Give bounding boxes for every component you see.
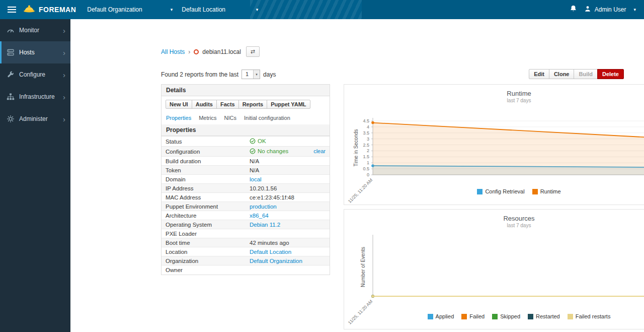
user-menu-label: Admin User <box>595 6 626 13</box>
reports-days-select[interactable]: 1 ▾ <box>242 70 260 79</box>
property-value: N/A <box>246 157 330 166</box>
brand-text: FOREMAN <box>39 6 76 14</box>
svg-text:3: 3 <box>366 137 369 142</box>
property-label: Location <box>162 247 246 256</box>
ok-icon <box>250 148 256 154</box>
main-content: All Hosts › debian11.local ⇄ Found 2 rep… <box>70 19 644 332</box>
tab-metrics[interactable]: Metrics <box>199 115 216 121</box>
chevron-down-icon: ▾ <box>171 7 173 12</box>
details-panel-title: Details <box>162 85 330 96</box>
sidebar-item-administer[interactable]: Administer › <box>0 108 70 130</box>
property-label: Token <box>162 166 246 175</box>
svg-text:1: 1 <box>366 160 369 165</box>
sidebar: Monitor › Hosts › Configure › Infrastruc… <box>0 19 70 332</box>
chevron-right-icon: › <box>63 71 65 79</box>
property-label: Build duration <box>162 157 246 166</box>
reports-summary-prefix: Found 2 reports from the last <box>161 71 238 78</box>
hamburger-menu-button[interactable] <box>0 0 23 19</box>
puppet-environment-link[interactable]: production <box>250 204 277 210</box>
tab-properties[interactable]: Properties <box>166 115 191 121</box>
details-buttons: New UI Audits Facts Reports Puppet YAML <box>162 96 330 112</box>
legend-item[interactable]: Config Retrieval <box>477 188 524 194</box>
property-label: Organization <box>162 256 246 265</box>
property-value: No changes clear <box>246 147 330 157</box>
legend-swatch <box>428 314 433 319</box>
sidebar-item-label: Monitor <box>19 27 39 34</box>
host-switcher-button[interactable]: ⇄ <box>246 46 260 57</box>
svg-text:0: 0 <box>366 172 369 177</box>
ok-icon <box>250 138 256 144</box>
delete-button[interactable]: Delete <box>597 69 624 79</box>
property-row-organization: Organization Default Organization <box>162 256 330 265</box>
sidebar-item-infrastructure[interactable]: Infrastructure › <box>0 86 70 108</box>
sidebar-item-hosts[interactable]: Hosts › <box>0 41 70 63</box>
foreman-brand[interactable]: FOREMAN <box>23 5 76 15</box>
chart-subtitle: last 7 days <box>344 223 644 229</box>
chevron-right-icon: › <box>63 49 65 56</box>
gear-icon <box>7 115 15 123</box>
host-status-icon <box>194 49 199 54</box>
puppet-yaml-button[interactable]: Puppet YAML <box>267 100 310 109</box>
property-label: PXE Loader <box>162 229 246 238</box>
sidebar-item-monitor[interactable]: Monitor › <box>0 19 70 41</box>
property-value <box>246 265 330 275</box>
tab-initial-configuration[interactable]: Initial configuration <box>244 115 290 121</box>
property-row-location: Location Default Location <box>162 247 330 256</box>
reports-summary-suffix: days <box>263 71 276 78</box>
wrench-icon <box>7 71 15 79</box>
property-value: N/A <box>246 166 330 175</box>
svg-text:Number of Events: Number of Events <box>360 247 366 287</box>
sidebar-item-configure[interactable]: Configure › <box>0 63 70 86</box>
legend-item[interactable]: Skipped <box>492 313 520 319</box>
chevron-down-icon: ▾ <box>633 7 636 12</box>
domain-link[interactable]: local <box>250 176 262 182</box>
notifications-bell-icon[interactable] <box>570 5 577 15</box>
property-row-configuration: Configuration No changes clear <box>162 147 330 157</box>
svg-text:2.5: 2.5 <box>363 143 369 148</box>
operating-system-link[interactable]: Debian 11.2 <box>250 222 280 228</box>
property-value: OK <box>246 137 330 147</box>
organization-link[interactable]: Default Organization <box>250 258 302 264</box>
breadcrumb-all-hosts-link[interactable]: All Hosts <box>161 48 185 55</box>
legend-item[interactable]: Failed <box>461 313 485 319</box>
svg-text:4.5: 4.5 <box>363 118 369 123</box>
facts-button[interactable]: Facts <box>216 100 239 109</box>
build-button[interactable]: Build <box>574 69 598 79</box>
sidebar-item-label: Infrastructure <box>19 93 55 100</box>
clone-button[interactable]: Clone <box>549 69 575 79</box>
property-label: Status <box>162 137 246 147</box>
legend-item[interactable]: Restarted <box>528 313 560 319</box>
property-row-puppet-environment: Puppet Environment production <box>162 202 330 211</box>
property-row-status: Status OK <box>162 137 330 147</box>
tab-nics[interactable]: NICs <box>224 115 236 121</box>
property-label: IP Address <box>162 184 246 193</box>
org-selector-label: Default Organization <box>87 6 142 13</box>
audits-button[interactable]: Audits <box>192 100 217 109</box>
chevron-right-icon: › <box>63 27 65 34</box>
architecture-link[interactable]: x86_64 <box>250 213 269 219</box>
status-ok-text: OK <box>258 138 266 144</box>
location-link[interactable]: Default Location <box>250 249 291 255</box>
chevron-right-icon: › <box>63 93 65 101</box>
svg-text:1.5: 1.5 <box>363 154 369 159</box>
property-value: x86_64 <box>246 211 330 220</box>
svg-text:Time in Seconds: Time in Seconds <box>353 129 359 166</box>
reports-button[interactable]: Reports <box>238 100 268 109</box>
property-row-domain: Domain local <box>162 175 330 184</box>
user-menu[interactable]: Admin User ▾ <box>584 5 636 14</box>
clear-link[interactable]: clear <box>313 148 326 154</box>
location-selector[interactable]: Default Location ▾ <box>182 6 258 13</box>
foreman-logo-icon <box>23 5 35 15</box>
gauge-icon <box>7 26 15 34</box>
legend-item[interactable]: Failed restarts <box>568 313 611 319</box>
sidebar-item-label: Administer <box>19 115 48 122</box>
topbar: FOREMAN Default Organization ▾ Default L… <box>0 0 644 19</box>
new-ui-button[interactable]: New UI <box>166 100 192 109</box>
property-row-operating-system: Operating System Debian 11.2 <box>162 220 330 229</box>
legend-item[interactable]: Applied <box>428 313 454 319</box>
legend-item[interactable]: Runtime <box>532 188 561 194</box>
reports-days-value: 1 <box>242 70 253 79</box>
org-selector[interactable]: Default Organization ▾ <box>87 6 173 13</box>
edit-button[interactable]: Edit <box>529 69 549 79</box>
property-row-build-duration: Build duration N/A <box>162 157 330 166</box>
